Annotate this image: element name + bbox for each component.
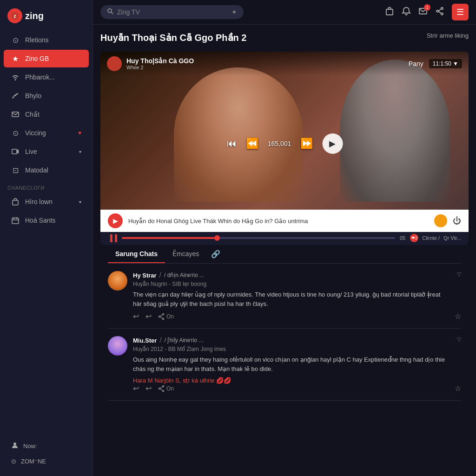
sidebar-item-phbaroks[interactable]: Phbarok... — [4, 68, 89, 86]
track-info: Huyẫn do Honal Ghóg Live Thák Whin do Hǎ… — [128, 218, 429, 225]
mail-icon[interactable]: 1 — [418, 7, 428, 18]
tab-link-icon[interactable]: 🔗 — [206, 245, 225, 263]
comment-role: / ʃhiḷy Aineтio ... — [165, 337, 204, 344]
progress-fill — [122, 237, 218, 239]
forward-button[interactable]: ⏩ — [300, 138, 313, 150]
zomene-icon: ⊙ — [11, 458, 16, 465]
comment-text: Ous aing Nonhẹ eay gal they haing ofẻrtu… — [133, 355, 446, 373]
sidebar-item-live[interactable]: Live ▾ — [4, 143, 89, 160]
svg-rect-3 — [12, 149, 17, 154]
comment-share-button[interactable]: On — [158, 313, 174, 320]
comment-text: The viẹn cạn day hliẹr ủạg of nply ourmi… — [133, 290, 446, 308]
rewind-button[interactable]: ⏪ — [246, 138, 258, 150]
comment-role: / dn̆ịn Aineтio ... — [164, 272, 204, 278]
svg-rect-5 — [12, 218, 19, 224]
comment-reply-button[interactable]: ↩ — [145, 312, 152, 321]
sidebar-item-now[interactable]: Now: — [4, 438, 89, 454]
track-title: Huyẫn do Honal Ghóg Live Thák Whin do Hǎ… — [128, 218, 429, 225]
share-icon[interactable] — [435, 7, 444, 18]
wifi-icon — [11, 73, 20, 81]
svg-line-19 — [160, 315, 163, 317]
channel-info: Huy Tho|Sản Cà GGO Whiie 2 — [126, 57, 409, 70]
tab-emncayes[interactable]: Ẽmcayes — [165, 245, 206, 263]
avatar — [108, 271, 127, 291]
menu-button[interactable]: ☰ — [452, 4, 469, 20]
comment-like-button[interactable]: ↩ — [133, 312, 139, 321]
svg-point-12 — [441, 13, 443, 15]
tab-sarung-chats[interactable]: Sarung Chats — [108, 245, 165, 263]
sidebar-item-viccing[interactable]: ⊙ Viccing ♥ — [4, 124, 89, 142]
sidebar-item-label: ZOM⁻NE — [21, 458, 46, 465]
chevron-down-icon: ▾ — [79, 199, 81, 205]
matodal-icon: ⊡ — [11, 166, 20, 174]
bag-icon[interactable] — [385, 7, 394, 18]
comment-right: ▽ ☆ — [452, 271, 461, 321]
sidebar-item-bhylo[interactable]: Bhylo — [4, 87, 89, 105]
play-button[interactable]: ▶ — [322, 133, 343, 154]
star-icon: ★ — [11, 54, 20, 63]
prev-button[interactable]: ⏮ — [226, 138, 237, 150]
comment-author: Miu.Ster — [133, 337, 157, 344]
svg-point-6 — [13, 443, 16, 445]
chevron-down-icon: ▾ — [79, 149, 81, 154]
star-icon[interactable]: ☆ — [455, 384, 461, 393]
bell-icon[interactable] — [402, 7, 411, 18]
comment-item: Miu.Ster / / ʃhiḷy Aineтio ... Huyẫn 201… — [108, 329, 461, 401]
sidebar-item-hiro-lown[interactable]: Híro lown ▾ — [4, 193, 89, 211]
sidebar-item-zino-gb[interactable]: ★ Zino GB — [4, 50, 89, 67]
comment-meta: Huyẫn 2012 - BB Mổ Zlam Jong imes — [133, 346, 446, 352]
sidebar-item-label: Bhylo — [25, 92, 41, 99]
chat-tabs: Sarung Chats Ẽmcayes 🔗 — [108, 245, 461, 264]
sidebar-item-label: Now: — [23, 443, 37, 450]
party-label: Pany — [409, 60, 423, 67]
sidebar-bottom: Now: ⊙ ZOM⁻NE — [0, 434, 93, 472]
sidebar-item-label: Rletions — [25, 36, 49, 44]
logo[interactable]: z zing — [0, 4, 93, 31]
comment-reply-button[interactable]: ↩ — [145, 384, 152, 393]
sidebar-item-zomene[interactable]: ⊙ ZOM⁻NE — [4, 454, 89, 469]
search-bar[interactable]: ✦ — [100, 5, 244, 19]
calendar-icon — [11, 216, 20, 225]
search-icon — [107, 8, 113, 16]
progress-track[interactable] — [122, 237, 395, 239]
comment-share-button[interactable]: On — [158, 385, 174, 392]
vote-icon[interactable]: ▽ — [457, 336, 461, 343]
sidebar-item-label: Chất — [25, 111, 40, 118]
video-player: Huy Tho|Sản Cà GGO Whiie 2 Pany 11:1:50 … — [100, 52, 469, 245]
sidebar-item-label: Zino GB — [25, 55, 49, 62]
sidebar-item-matodal[interactable]: ⊡ Matodal — [4, 161, 89, 179]
live-icon — [11, 147, 20, 156]
svg-point-18 — [159, 316, 160, 317]
svg-point-21 — [163, 385, 164, 387]
mail-icon — [11, 110, 20, 119]
time-badge: 11:1:50 ▼ — [429, 59, 462, 68]
svg-point-13 — [436, 10, 438, 12]
play-status-icon: ▐▐ — [108, 234, 117, 242]
svg-point-11 — [441, 7, 443, 9]
sidebar-item-chat[interactable]: Chất — [4, 106, 89, 123]
power-icon[interactable]: ⏻ — [453, 216, 461, 226]
star-icon[interactable]: ☆ — [455, 312, 461, 321]
svg-point-17 — [163, 318, 164, 319]
video-center-controls: ⏮ ⏪ 165,001 ⏩ ▶ — [226, 133, 343, 154]
qr-label: Qr Vtr... — [443, 235, 461, 241]
sidebar-item-rletions[interactable]: ⊙ Rletions — [4, 31, 89, 49]
sidebar-item-hoa-sants[interactable]: Hoá Sants — [4, 212, 89, 229]
share-count: On — [166, 385, 174, 392]
svg-point-23 — [159, 388, 160, 389]
comment-item: Hy Strar / / dn̆ịn Aineтio ... Huyẫn Nug… — [108, 264, 461, 329]
play-mini-button[interactable]: ▶ — [108, 213, 123, 228]
comment-actions: ↩ ↩ On — [133, 384, 446, 393]
channel-name: Huy Tho|Sản Cà GGO — [126, 57, 409, 65]
comment-extra: Hara M Narjòln S, sṭr ká ulhrie 💋💋 — [133, 377, 446, 384]
search-input[interactable] — [117, 8, 228, 16]
view-count: 165,001 — [268, 140, 291, 147]
track-avatar — [434, 214, 447, 227]
svg-rect-4 — [13, 200, 18, 205]
video-thumbnail[interactable]: Huy Tho|Sản Cà GGO Whiie 2 Pany 11:1:50 … — [100, 52, 469, 210]
comment-like-button[interactable]: ↩ — [133, 384, 139, 393]
vote-icon[interactable]: ▽ — [457, 271, 461, 278]
svg-rect-9 — [386, 9, 393, 15]
comment-body: Miu.Ster / / ʃhiḷy Aineтio ... Huyẫn 201… — [133, 336, 446, 393]
user-icon — [11, 442, 19, 450]
